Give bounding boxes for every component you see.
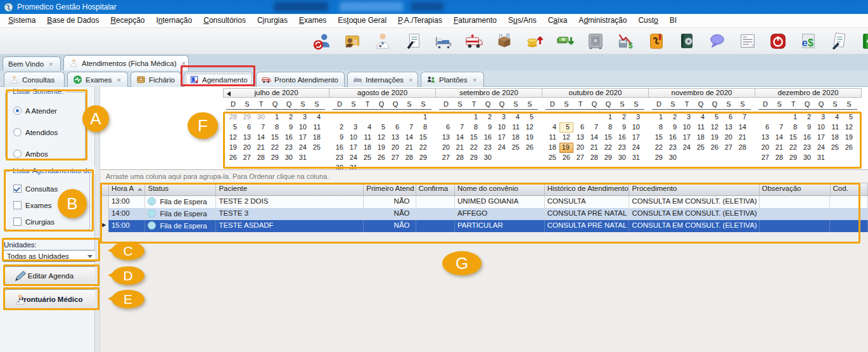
sync-users-button[interactable] (312, 31, 332, 51)
calendar-day[interactable]: 26 (523, 143, 537, 153)
calendar-day[interactable]: 22 (786, 143, 800, 153)
calendar-day[interactable]: 14 (772, 133, 786, 143)
calendar-day[interactable]: 26 (559, 153, 573, 163)
close-icon[interactable]: × (343, 76, 345, 84)
calendar-day[interactable]: 12 (374, 133, 388, 143)
calendar-day[interactable]: 17 (629, 133, 643, 143)
menu-base-de-dados[interactable]: Base de Dados (41, 14, 105, 27)
calendar-day[interactable]: 5 (842, 112, 856, 122)
calendar-day[interactable]: 9 (666, 122, 680, 133)
calendar-day[interactable]: 22 (467, 143, 481, 153)
calendar-day[interactable]: 25 (310, 143, 324, 153)
calendar-day[interactable]: 6 (240, 122, 254, 133)
calendar-day[interactable]: 29 (467, 153, 481, 163)
menu-exames[interactable]: Exames (293, 14, 332, 27)
month-header[interactable]: setembro de 2020 (436, 88, 542, 98)
power-button[interactable] (768, 31, 788, 51)
table-row[interactable]: 14:00Fila de EsperaTESTE 3NÃOAFFEGOCONSU… (100, 208, 868, 220)
calendar-day[interactable]: 27 (758, 153, 772, 163)
tab-bem-vindo[interactable]: Bem Vindo× (3, 56, 61, 70)
invoice-button[interactable] (737, 31, 758, 51)
calendar-day[interactable]: 10 (296, 122, 310, 133)
calendar-day[interactable]: 18 (509, 133, 523, 143)
calendar-day[interactable]: 22 (416, 143, 430, 153)
calendar-day[interactable]: 18 (828, 133, 842, 143)
calendar-day[interactable]: 30 (800, 153, 814, 163)
menu-administracao[interactable]: Administração (573, 14, 632, 27)
calendar-day[interactable]: 29 (652, 153, 666, 163)
calendar-day[interactable]: 16 (333, 143, 347, 153)
column-header-paciente[interactable]: Paciente (216, 183, 364, 195)
money-in-button[interactable] (525, 31, 545, 51)
calendar-day[interactable]: 7 (587, 122, 601, 133)
calendar-day[interactable]: 27 (722, 143, 736, 153)
calendar-day[interactable]: 22 (652, 143, 666, 153)
calendar-day[interactable]: 18 (310, 133, 324, 143)
calendar-day[interactable]: 21 (453, 143, 467, 153)
calendar-day[interactable]: 16 (615, 133, 629, 143)
calendar-day[interactable]: 26 (226, 153, 240, 163)
calendar-day[interactable]: 19 (708, 133, 722, 143)
calendar-day[interactable]: 21 (587, 143, 601, 153)
menu-consultorios[interactable]: Consultórios (198, 14, 252, 27)
subtab-consultas[interactable]: Consultas (4, 72, 65, 87)
calendar-day[interactable]: 4 (310, 112, 324, 122)
calendar-day[interactable]: 11 (694, 122, 708, 133)
calendar-day[interactable]: 23 (800, 143, 814, 153)
menu-internacao[interactable]: Internação (150, 14, 198, 27)
column-header-indicator[interactable] (100, 183, 109, 195)
calendar-day[interactable]: 15 (601, 133, 615, 143)
menu-caixa[interactable]: Caixa (542, 14, 573, 27)
calendar-day[interactable]: 8 (652, 122, 666, 133)
calendar-day[interactable]: 31 (296, 153, 310, 163)
close-icon[interactable]: × (409, 76, 412, 84)
calendar-day[interactable]: 16 (800, 133, 814, 143)
calendar-day[interactable]: 3 (495, 112, 509, 122)
chat-button[interactable] (707, 31, 727, 51)
calendar-day[interactable]: 29 (786, 153, 800, 163)
calendar-prev-icon[interactable] (227, 91, 231, 96)
calendar-day[interactable]: 6 (388, 122, 402, 133)
stock-supplies-button[interactable] (494, 31, 514, 51)
calendar-day[interactable]: 8 (467, 122, 481, 133)
calendar-day[interactable]: 5 (708, 112, 722, 122)
calendar-day[interactable]: 5 (523, 112, 537, 122)
calendar-day[interactable]: 12 (523, 122, 537, 133)
calendar-day[interactable]: 29 (240, 112, 254, 122)
calendar-day[interactable]: 20 (240, 143, 254, 153)
calendar-day[interactable]: 6 (758, 122, 772, 133)
safe-button[interactable] (585, 31, 606, 51)
close-icon[interactable]: × (49, 60, 53, 68)
calendar-day[interactable]: 21 (402, 143, 416, 153)
calendar-day[interactable]: 16 (481, 133, 495, 143)
calendar-day[interactable]: 25 (509, 143, 523, 153)
calendar-day[interactable]: 4 (509, 112, 523, 122)
calendar-day[interactable]: 2 (333, 122, 347, 133)
calendar-day[interactable]: 13 (758, 133, 772, 143)
calendar-day[interactable]: 6 (573, 122, 587, 133)
calendar-day[interactable]: 24 (347, 153, 361, 163)
calendar-day[interactable]: 5 (559, 122, 573, 133)
checkbox-exames[interactable]: Exames (13, 201, 52, 209)
calendar-day[interactable]: 1 (652, 112, 666, 122)
calendar-day[interactable]: 27 (388, 153, 402, 163)
calendar-day[interactable]: 10 (814, 122, 828, 133)
calendar-day[interactable]: 15 (268, 133, 282, 143)
calendar-day[interactable]: 1 (416, 112, 430, 122)
calendar-day[interactable]: 24 (296, 143, 310, 153)
patients-folder-button[interactable] (342, 31, 362, 51)
calendar-day[interactable]: 19 (523, 133, 537, 143)
calendar-day[interactable]: 17 (814, 133, 828, 143)
calendar-day[interactable]: 29 (601, 153, 615, 163)
column-header-procedimento[interactable]: Procedimento (629, 183, 759, 195)
calendar-day[interactable]: 23 (333, 153, 347, 163)
calendar-day[interactable]: 11 (361, 133, 374, 143)
month-header[interactable]: outubro de 2020 (542, 88, 649, 98)
contract-document-button[interactable] (403, 31, 423, 51)
column-header-confirma[interactable]: Confirma (416, 183, 455, 195)
calendar-day[interactable]: 28 (587, 153, 601, 163)
calendar-day[interactable]: 27 (573, 153, 587, 163)
calendar-day[interactable]: 18 (546, 143, 559, 153)
calendar-day[interactable]: 23 (615, 143, 629, 153)
calendar-day[interactable]: 19 (559, 143, 573, 153)
